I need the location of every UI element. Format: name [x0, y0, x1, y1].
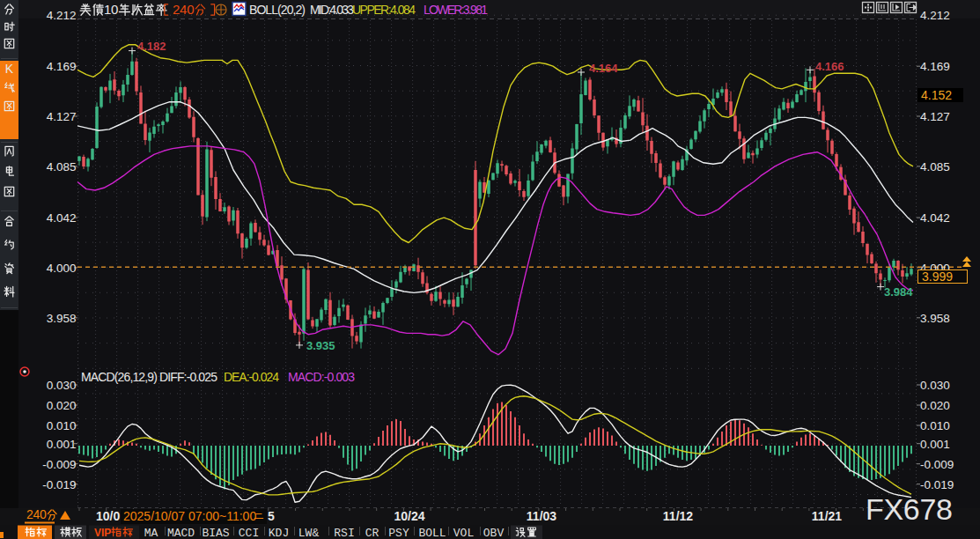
svg-text:KDJ: KDJ	[269, 527, 289, 539]
svg-text:3.999: 3.999	[922, 270, 953, 284]
svg-text:4.127: 4.127	[920, 110, 950, 123]
svg-text:4.085: 4.085	[47, 160, 77, 174]
svg-text:4.042: 4.042	[47, 211, 77, 225]
svg-text:CCI: CCI	[239, 527, 259, 539]
svg-text:3.958: 3.958	[47, 312, 77, 325]
svg-text:0.001: 0.001	[47, 438, 77, 451]
svg-text:4.085: 4.085	[920, 160, 950, 174]
svg-text:MACD(26,12,9) DIFF:-0.025: MACD(26,12,9) DIFF:-0.025	[81, 370, 217, 384]
svg-text:LOWER:3.981: LOWER:3.981	[424, 3, 488, 17]
svg-text:2: 2	[173, 2, 180, 17]
svg-text:4.042: 4.042	[920, 211, 950, 225]
svg-text:0.001: 0.001	[920, 438, 950, 451]
svg-text:BIAS: BIAS	[202, 527, 229, 539]
svg-text:4.152: 4.152	[921, 88, 952, 102]
svg-text:K: K	[5, 62, 14, 76]
svg-text:UPPER:4.084: UPPER:4.084	[352, 3, 416, 17]
svg-text:0.010: 0.010	[920, 419, 950, 432]
svg-text:0: 0	[111, 2, 118, 17]
svg-text:11/03: 11/03	[527, 509, 556, 523]
svg-text:4: 4	[180, 2, 187, 17]
svg-text:0.010: 0.010	[47, 419, 77, 432]
svg-text:0.020: 0.020	[47, 399, 77, 412]
svg-text:-0.019: -0.019	[42, 478, 76, 491]
svg-text:4.182: 4.182	[137, 40, 166, 53]
svg-text:0: 0	[187, 2, 194, 17]
svg-text:OBV: OBV	[483, 527, 505, 539]
svg-text:DEA:-0.024: DEA:-0.024	[224, 370, 279, 384]
svg-text:VOL: VOL	[453, 527, 474, 539]
svg-text:4.212: 4.212	[920, 9, 950, 22]
svg-text:MACD: MACD	[167, 527, 195, 539]
svg-text:4.212: 4.212	[47, 9, 77, 22]
svg-text:FX678: FX678	[866, 492, 953, 526]
svg-text:MID:4.033: MID:4.033	[310, 3, 354, 17]
svg-text:-0.009: -0.009	[920, 458, 954, 471]
svg-text:4.164: 4.164	[589, 62, 618, 75]
svg-text:LW&: LW&	[298, 527, 320, 539]
svg-text:0.030: 0.030	[47, 379, 77, 392]
svg-text:0.020: 0.020	[920, 399, 950, 412]
svg-text:11/12: 11/12	[663, 509, 693, 523]
svg-text:PSY: PSY	[388, 527, 409, 539]
svg-text:4.000: 4.000	[47, 262, 77, 275]
svg-text:4.166: 4.166	[815, 60, 844, 73]
svg-text:10/24: 10/24	[394, 509, 424, 523]
svg-text:4.169: 4.169	[920, 60, 950, 73]
svg-text:CR: CR	[365, 527, 379, 539]
svg-text:11/21: 11/21	[812, 509, 842, 523]
svg-text:MACD:-0.003: MACD:-0.003	[288, 370, 355, 384]
svg-text:MA: MA	[144, 527, 158, 539]
svg-text:2025/10/07 07:00~11:00: 2025/10/07 07:00~11:00	[123, 509, 256, 523]
svg-text:RSI: RSI	[334, 527, 354, 539]
svg-text:3.958: 3.958	[920, 312, 950, 325]
svg-text:-0.009: -0.009	[42, 458, 76, 471]
svg-text:3.984: 3.984	[884, 285, 913, 299]
svg-text:4.127: 4.127	[47, 110, 77, 123]
svg-text:5: 5	[268, 509, 275, 523]
svg-text:4.169: 4.169	[47, 60, 77, 73]
svg-text:0.030: 0.030	[920, 379, 950, 392]
svg-text:-0.019: -0.019	[920, 478, 954, 491]
svg-text:BOLL(20,2): BOLL(20,2)	[249, 3, 306, 17]
svg-text:1: 1	[104, 2, 111, 17]
svg-text:VIP: VIP	[94, 527, 111, 539]
svg-text:BOLL: BOLL	[418, 527, 446, 539]
svg-text:0: 0	[40, 507, 47, 521]
svg-text:10/0: 10/0	[96, 509, 120, 523]
svg-text:3.935: 3.935	[306, 339, 335, 352]
